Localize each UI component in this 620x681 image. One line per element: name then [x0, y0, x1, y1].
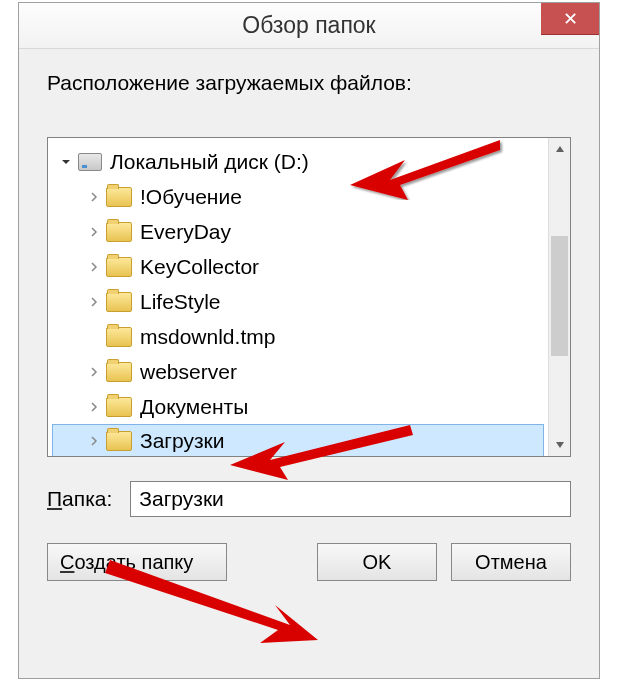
tree-item-selected[interactable]: Загрузки — [52, 424, 544, 456]
tree-item[interactable]: msdownld.tmp — [52, 319, 544, 354]
tree-item[interactable]: webserver — [52, 354, 544, 389]
chevron-right-icon[interactable] — [86, 433, 102, 449]
folder-icon — [106, 362, 132, 382]
tree-item-label: Загрузки — [140, 429, 225, 453]
drive-icon — [78, 153, 102, 171]
folder-icon — [106, 327, 132, 347]
folder-icon — [106, 431, 132, 451]
folder-icon — [106, 397, 132, 417]
button-row: Создать папку OK Отмена — [47, 543, 571, 581]
folder-tree[interactable]: Локальный диск (D:) !Обучение EveryDay — [48, 138, 548, 456]
create-folder-button[interactable]: Создать папку — [47, 543, 227, 581]
folder-icon — [106, 257, 132, 277]
folder-icon — [106, 222, 132, 242]
tree-item[interactable]: EveryDay — [52, 214, 544, 249]
tree-item-label: EveryDay — [140, 220, 231, 244]
ok-button[interactable]: OK — [317, 543, 437, 581]
chevron-right-icon[interactable] — [86, 224, 102, 240]
folder-name-row: Папка: — [47, 481, 571, 517]
chevron-right-icon[interactable] — [86, 259, 102, 275]
chevron-right-icon[interactable] — [86, 364, 102, 380]
folder-icon — [106, 292, 132, 312]
chevron-down-icon[interactable] — [58, 154, 74, 170]
close-icon: ✕ — [563, 8, 578, 30]
tree-item-label: msdownld.tmp — [140, 325, 275, 349]
tree-item-label: Документы — [140, 395, 248, 419]
folder-field-label: Папка: — [47, 487, 112, 511]
folder-name-input[interactable] — [130, 481, 571, 517]
scroll-thumb[interactable] — [551, 236, 568, 356]
chevron-right-icon[interactable] — [86, 399, 102, 415]
tree-scrollbar[interactable] — [548, 138, 570, 456]
tree-item-label: Локальный диск (D:) — [110, 150, 309, 174]
tree-item-label: webserver — [140, 360, 237, 384]
cancel-button[interactable]: Отмена — [451, 543, 571, 581]
scroll-down-button[interactable] — [549, 434, 570, 456]
folder-tree-frame: Локальный диск (D:) !Обучение EveryDay — [47, 137, 571, 457]
chevron-right-icon[interactable] — [86, 294, 102, 310]
prompt-label: Расположение загружаемых файлов: — [47, 71, 571, 95]
close-button[interactable]: ✕ — [541, 3, 599, 35]
no-expander — [86, 329, 102, 345]
tree-item[interactable]: KeyCollector — [52, 249, 544, 284]
scroll-track[interactable] — [549, 160, 570, 434]
dialog-content: Расположение загружаемых файлов: Локальн… — [19, 49, 599, 678]
folder-label-text: апка: — [62, 487, 112, 510]
tree-item[interactable]: !Обучение — [52, 179, 544, 214]
titlebar: Обзор папок ✕ — [19, 3, 599, 49]
folder-icon — [106, 187, 132, 207]
tree-root-drive[interactable]: Локальный диск (D:) — [52, 144, 544, 179]
tree-item[interactable]: LifeStyle — [52, 284, 544, 319]
tree-item-label: KeyCollector — [140, 255, 259, 279]
tree-item-label: !Обучение — [140, 185, 242, 209]
scroll-up-button[interactable] — [549, 138, 570, 160]
create-rest: оздать папку — [74, 551, 193, 573]
window-title: Обзор папок — [242, 12, 375, 39]
folder-browser-dialog: Обзор папок ✕ Расположение загружаемых ф… — [18, 2, 600, 679]
chevron-right-icon[interactable] — [86, 189, 102, 205]
tree-item-label: LifeStyle — [140, 290, 221, 314]
tree-item[interactable]: Документы — [52, 389, 544, 424]
